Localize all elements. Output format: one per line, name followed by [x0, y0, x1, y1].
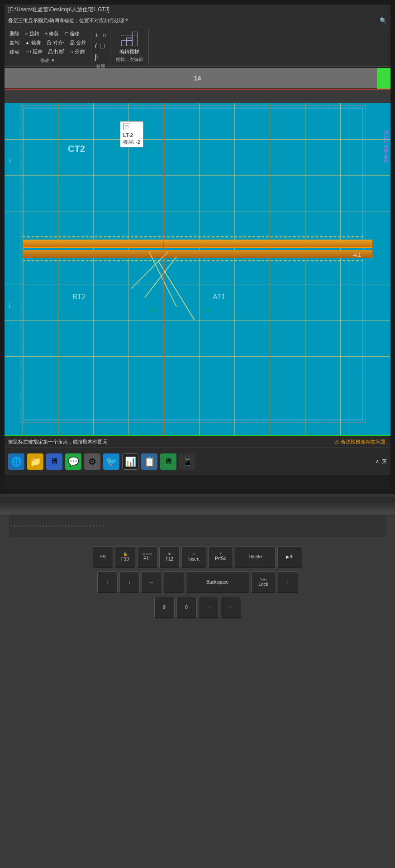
split-btn[interactable]: ∩ 分割: [68, 48, 86, 56]
delete-btn[interactable]: 删除: [8, 30, 21, 38]
title-path: [C:\Users\杜孟蕾\Desktop\人放住宅1.GTJ]: [8, 6, 109, 14]
rotate-btn[interactable]: ○ 旋转: [24, 30, 41, 38]
taskbar-chat[interactable]: 💬: [65, 453, 81, 470]
tooltip-icon: □: [123, 123, 130, 130]
modify-label[interactable]: 修改 ▼: [8, 57, 87, 64]
circle-icon[interactable]: ○: [102, 31, 107, 40]
toolbar: 删除 ○ 旋转 + 修剪 ⊂ 偏移 复制 ▲ 镜像 吕 对齐· 品 合并 移动 …: [5, 27, 390, 67]
search-icon[interactable]: 🔍: [380, 17, 387, 24]
tooltip-title: LT-2: [123, 132, 140, 138]
t-label-bottom: ⊥: [7, 302, 12, 309]
taskbar-app2[interactable]: 🐦: [103, 453, 119, 470]
taskbar-arrow[interactable]: ∧: [376, 458, 379, 464]
fn-key-row: F9 🔒 F10 ▭▭▭ F11 ⊞ F12 ☆ Insert ✲ PrtSc: [5, 546, 390, 568]
key-f11[interactable]: ▭▭▭ F11: [137, 546, 157, 568]
title-bar: [C:\Users\杜孟蕾\Desktop\人放住宅1.GTJ]: [5, 5, 390, 14]
key-insert[interactable]: ☆ Insert: [181, 546, 206, 568]
svg-rect-1: [127, 38, 132, 41]
offset-btn[interactable]: ⊂ 偏移: [63, 30, 81, 38]
key-f9[interactable]: F9: [93, 546, 113, 568]
num-key-row: ( ) — + Backspace Num Lock /: [5, 571, 390, 593]
key-backspace[interactable]: Backspace: [186, 571, 249, 593]
t-label-top: T: [8, 157, 12, 164]
key-prtsc[interactable]: ✲ PrtSc: [208, 546, 233, 568]
search-hint: 叠层三维显示圈元/轴网有错位，位置不对应如何处理？: [8, 17, 378, 24]
draw-row-1: + ○: [94, 31, 107, 40]
tl1-label: TL1(1) 200x400: [383, 130, 388, 203]
key-9[interactable]: 9: [154, 597, 175, 618]
taskbar-app5[interactable]: 🖥: [160, 453, 176, 470]
red-vertical-line: [163, 103, 164, 448]
key-dash[interactable]: —: [142, 571, 162, 593]
status-left-text: 按鼠标左键指定第一个角点，或拾取构件图元: [8, 439, 335, 445]
toolbar-row-1: 删除 ○ 旋转 + 修剪 ⊂ 偏移: [8, 30, 87, 38]
taskbar-browser[interactable]: 🌐: [8, 453, 24, 470]
plus-icon[interactable]: +: [94, 31, 99, 40]
stair-edit-panel[interactable]: 编辑楼梯 楼梯二次编辑: [110, 29, 149, 65]
bt2-label: BT2: [72, 293, 86, 301]
search-bar[interactable]: 叠层三维显示圈元/轴网有错位，位置不对应如何处理？ 🔍: [5, 14, 390, 27]
taskbar-app6[interactable]: 📱: [179, 453, 195, 470]
key-0[interactable]: 0: [176, 597, 197, 618]
move-btn[interactable]: 移动: [8, 48, 21, 56]
axis-14-label: 14: [194, 75, 201, 82]
taskbar-right: ∧ 英: [376, 458, 387, 465]
key-paren-close[interactable]: ): [119, 571, 140, 593]
diagonal-lines-svg: [131, 252, 231, 343]
taskbar: 🌐 📁 🖥 💬 ⚙ 🐦 📊 📋 🖥 📱 ∧ 英: [5, 448, 390, 475]
num-row-2: 9 0 — =: [5, 597, 390, 618]
copy-btn[interactable]: 复制: [8, 39, 21, 47]
taskbar-app3[interactable]: 📊: [122, 453, 138, 470]
key-f12[interactable]: ⊞ F12: [159, 546, 180, 568]
key-numslash[interactable]: /: [278, 571, 298, 593]
warning-text: 合法性检查存在问题.: [341, 439, 387, 445]
upper-strip: 14: [5, 68, 390, 88]
svg-line-8: [145, 257, 176, 297]
taskbar-app4[interactable]: 📋: [141, 453, 157, 470]
key-playpause[interactable]: ▶/II: [277, 546, 302, 568]
svg-rect-0: [121, 41, 127, 46]
key-equals[interactable]: =: [221, 597, 241, 618]
taskbar-settings[interactable]: ⚙: [84, 453, 100, 470]
svg-line-7: [158, 261, 195, 320]
taskbar-app1[interactable]: 🖥: [46, 453, 62, 470]
svg-rect-3: [132, 32, 138, 46]
modify-group: 删除 ○ 旋转 + 修剪 ⊂ 偏移 复制 ▲ 镜像 吕 对齐· 品 合并 移动 …: [5, 29, 91, 65]
speaker-dots: [9, 524, 386, 528]
break-btn[interactable]: 品 打断: [47, 48, 66, 56]
ct2-label: CT2: [68, 144, 85, 154]
tooltip-box: □ LT-2 楼层: -2: [120, 121, 143, 147]
tooltip-subtitle: 楼层: -2: [123, 139, 140, 146]
stair-icon-box: [120, 31, 138, 47]
extend-btn[interactable]: →/ 延伸: [24, 48, 44, 56]
line-icon[interactable]: /: [94, 42, 97, 51]
merge-btn[interactable]: 品 合并: [68, 39, 87, 47]
mirror-btn[interactable]: ▲ 镜像: [24, 39, 43, 47]
stair-label: 编辑楼梯: [119, 48, 139, 55]
dim-minus-text: -4.1: [352, 252, 361, 258]
align-btn[interactable]: 吕 对齐·: [45, 39, 66, 47]
taskbar-folder[interactable]: 📁: [27, 453, 43, 470]
svg-rect-2: [127, 41, 132, 46]
beam-dotted-line: [23, 236, 363, 237]
keyboard-area: F9 🔒 F10 ▭▭▭ F11 ⊞ F12 ☆ Insert ✲ PrtSc: [0, 501, 395, 868]
hinge: [0, 501, 395, 514]
key-f10[interactable]: 🔒 F10: [115, 546, 135, 568]
stair-section-label: 楼梯二次编辑: [116, 57, 143, 63]
cad-drawing-area[interactable]: T ⊥ CT2 BT2 AT1 □ LT-2 楼层: -2: [5, 103, 390, 448]
key-delete[interactable]: Delete: [235, 546, 276, 568]
key-minus[interactable]: —: [199, 597, 219, 618]
rect-icon[interactable]: □: [100, 42, 105, 51]
trim-btn[interactable]: + 修剪: [43, 30, 60, 38]
taskbar-lang: 英: [382, 458, 387, 465]
draw-row-2: / □: [94, 42, 107, 51]
status-warning: ⚠ 合法性检查存在问题.: [335, 439, 387, 445]
key-plus[interactable]: +: [164, 571, 184, 593]
curve-icon[interactable]: ∫·: [94, 52, 99, 61]
cad-viewport[interactable]: 14: [5, 68, 390, 475]
key-numlock[interactable]: Num Lock: [251, 571, 276, 593]
keyboard: F9 🔒 F10 ▭▭▭ F11 ⊞ F12 ☆ Insert ✲ PrtSc: [5, 546, 390, 863]
status-bar: 按鼠标左键指定第一个角点，或拾取构件图元 ⚠ 合法性检查存在问题.: [5, 436, 390, 448]
toolbar-row-3: 移动 →/ 延伸 品 打断 ∩ 分割: [8, 48, 87, 56]
key-paren-open[interactable]: (: [97, 571, 118, 593]
